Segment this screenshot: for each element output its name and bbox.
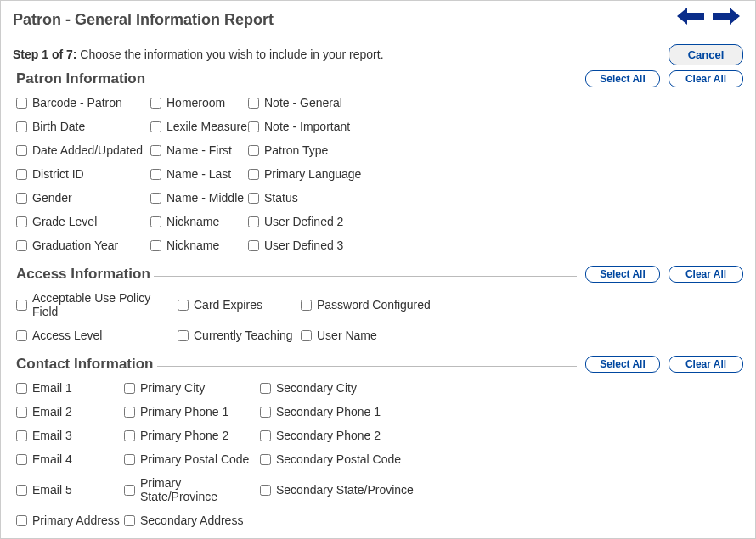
field-checkbox[interactable] — [248, 216, 259, 227]
field-checkbox[interactable] — [16, 145, 27, 156]
field-checkbox[interactable] — [16, 407, 27, 418]
field-checkbox[interactable] — [260, 407, 271, 418]
field-checkbox[interactable] — [301, 330, 312, 341]
field-checkbox[interactable] — [150, 240, 161, 251]
field-label[interactable]: Primary Phone 1 — [140, 405, 228, 418]
field-label[interactable]: Name - First — [166, 143, 232, 157]
field-checkbox[interactable] — [124, 407, 135, 418]
field-label[interactable]: Secondary Address — [140, 514, 243, 527]
field-label[interactable]: Email 2 — [32, 405, 72, 418]
field-label[interactable]: Lexile Measure — [166, 120, 247, 133]
select-all-button-contact[interactable]: Select All — [585, 356, 660, 373]
field-label[interactable]: Gender — [32, 191, 72, 205]
field-label[interactable]: Currently Teaching — [194, 328, 292, 342]
field-label[interactable]: Primary Language — [264, 167, 361, 181]
field-label[interactable]: Secondary Phone 2 — [276, 429, 381, 442]
field-label[interactable]: Email 5 — [32, 483, 72, 497]
field-checkbox[interactable] — [248, 98, 259, 109]
field-checkbox[interactable] — [150, 121, 161, 132]
field-label[interactable]: Nickname — [166, 239, 219, 252]
field-checkbox[interactable] — [260, 454, 271, 465]
field-checkbox[interactable] — [16, 193, 27, 204]
field-label[interactable]: User Defined 3 — [264, 239, 343, 252]
field-checkbox[interactable] — [150, 193, 161, 204]
field-label[interactable]: Card Expires — [194, 298, 262, 312]
field-checkbox[interactable] — [248, 169, 259, 180]
field-checkbox[interactable] — [248, 145, 259, 156]
field-checkbox[interactable] — [16, 169, 27, 180]
field-label[interactable]: Email 4 — [32, 452, 72, 466]
field-label[interactable]: Access Level — [32, 328, 102, 342]
field-label[interactable]: User Defined 2 — [264, 215, 343, 228]
field-checkbox[interactable] — [16, 330, 27, 341]
field-checkbox[interactable] — [178, 330, 189, 341]
field-label[interactable]: District ID — [32, 167, 84, 181]
field-checkbox[interactable] — [260, 485, 271, 496]
field-checkbox[interactable] — [150, 169, 161, 180]
field-label[interactable]: Name - Middle — [166, 191, 244, 205]
field-label[interactable]: Email 1 — [32, 381, 72, 395]
field-label[interactable]: Grade Level — [32, 215, 97, 228]
clear-all-button-access[interactable]: Clear All — [669, 266, 743, 283]
field-checkbox[interactable] — [150, 216, 161, 227]
field-checkbox[interactable] — [178, 300, 189, 311]
field-checkbox[interactable] — [124, 515, 135, 526]
field-checkbox[interactable] — [260, 430, 271, 441]
field-label[interactable]: Note - General — [264, 96, 342, 109]
cancel-button[interactable]: Cancel — [669, 44, 743, 65]
section-header-contact: Contact Information Select All Clear All — [13, 356, 743, 373]
field-checkbox[interactable] — [124, 430, 135, 441]
field-label[interactable]: Primary Phone 2 — [140, 429, 228, 442]
field-checkbox[interactable] — [16, 98, 27, 109]
check-item: Card Expires — [178, 291, 301, 318]
field-label[interactable]: Password Configured — [317, 298, 431, 312]
field-label[interactable]: Primary State/Province — [140, 476, 260, 503]
field-label[interactable]: Email 3 — [32, 429, 72, 442]
field-checkbox[interactable] — [16, 300, 27, 311]
field-label[interactable]: Barcode - Patron — [32, 96, 122, 109]
field-checkbox[interactable] — [260, 383, 271, 394]
page-title: Patron - General Information Report — [13, 11, 743, 29]
field-label[interactable]: Primary Postal Code — [140, 452, 249, 466]
field-label[interactable]: Nickname — [166, 215, 219, 228]
field-checkbox[interactable] — [150, 98, 161, 109]
field-label[interactable]: Graduation Year — [32, 239, 118, 252]
field-checkbox[interactable] — [16, 515, 27, 526]
field-checkbox[interactable] — [16, 216, 27, 227]
field-checkbox[interactable] — [16, 430, 27, 441]
clear-all-button-patron[interactable]: Clear All — [669, 70, 743, 87]
field-label[interactable]: Birth Date — [32, 120, 85, 133]
field-checkbox[interactable] — [124, 383, 135, 394]
field-label[interactable]: Patron Type — [264, 143, 328, 157]
clear-all-button-contact[interactable]: Clear All — [669, 356, 743, 373]
field-checkbox[interactable] — [16, 383, 27, 394]
field-checkbox[interactable] — [16, 240, 27, 251]
field-label[interactable]: Status — [264, 191, 298, 205]
select-all-button-patron[interactable]: Select All — [585, 70, 660, 87]
field-label[interactable]: Name - Last — [166, 167, 231, 181]
prev-arrow-button[interactable] — [675, 6, 706, 29]
field-checkbox[interactable] — [124, 485, 135, 496]
field-checkbox[interactable] — [124, 454, 135, 465]
field-checkbox[interactable] — [150, 145, 161, 156]
field-label[interactable]: Secondary State/Province — [276, 483, 414, 497]
field-label[interactable]: Secondary Phone 1 — [276, 405, 381, 418]
field-checkbox[interactable] — [16, 121, 27, 132]
field-checkbox[interactable] — [301, 300, 312, 311]
field-label[interactable]: Secondary Postal Code — [276, 452, 401, 466]
field-label[interactable]: Primary Address — [32, 514, 120, 527]
select-all-button-access[interactable]: Select All — [585, 266, 660, 283]
field-checkbox[interactable] — [16, 485, 27, 496]
field-label[interactable]: Note - Important — [264, 120, 350, 133]
field-checkbox[interactable] — [248, 240, 259, 251]
field-checkbox[interactable] — [16, 454, 27, 465]
field-checkbox[interactable] — [248, 121, 259, 132]
field-label[interactable]: Primary City — [140, 381, 205, 395]
field-label[interactable]: Homeroom — [166, 96, 225, 109]
field-label[interactable]: Date Added/Updated — [32, 143, 143, 157]
next-arrow-button[interactable] — [711, 6, 742, 29]
field-label[interactable]: Secondary City — [276, 381, 357, 395]
field-label[interactable]: Acceptable Use Policy Field — [32, 291, 178, 318]
field-label[interactable]: User Name — [317, 328, 377, 342]
field-checkbox[interactable] — [248, 193, 259, 204]
